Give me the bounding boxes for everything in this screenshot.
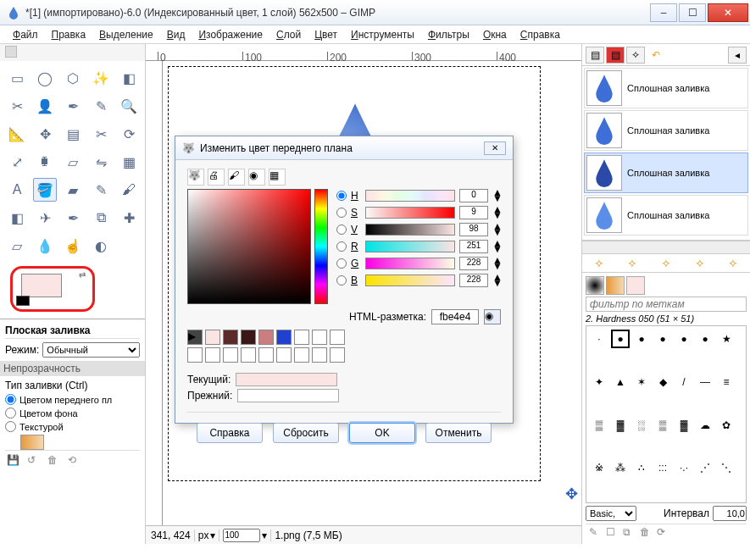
tool-crop[interactable]: ✂: [89, 122, 113, 146]
brush-filter-input[interactable]: [586, 297, 747, 312]
picker-mode-gimp-icon[interactable]: 🐺: [187, 169, 204, 186]
tool-blend[interactable]: ▰: [61, 178, 85, 202]
layer-new-icon[interactable]: ✧: [594, 257, 604, 270]
brush-cell[interactable]: ●: [696, 330, 714, 348]
brush-edit-icon[interactable]: ✎: [589, 526, 601, 538]
tool-eraser[interactable]: ◧: [5, 206, 29, 230]
brush-cell[interactable]: ●: [653, 330, 672, 348]
channel-G-slider[interactable]: [365, 258, 455, 269]
brush-cell[interactable]: ▒: [653, 416, 672, 435]
channel-V-radio[interactable]: [336, 225, 347, 235]
eyedropper-icon[interactable]: ◉: [484, 309, 501, 324]
color-history-swatch[interactable]: [223, 347, 238, 363]
brush-cell[interactable]: ⋰: [696, 458, 714, 477]
cancel-button[interactable]: Отменить: [425, 423, 492, 443]
layer-row[interactable]: Сплошная заливка: [584, 110, 748, 151]
picker-mode-water-icon[interactable]: 🖌: [228, 169, 245, 186]
color-history-swatch[interactable]: [330, 347, 345, 363]
unit-dropdown-icon[interactable]: ▾: [210, 530, 215, 541]
brush-del-icon[interactable]: 🗑: [640, 526, 652, 538]
tool-ellipse-select[interactable]: ◯: [33, 66, 57, 90]
layer-row[interactable]: Сплошная заливка: [584, 68, 748, 108]
channel-B-slider[interactable]: [365, 274, 455, 286]
channel-H-value[interactable]: 0: [459, 189, 488, 202]
dialog-close-button[interactable]: ✕: [484, 141, 506, 155]
menu-Окна[interactable]: Окна: [479, 27, 511, 42]
channel-R-spinner[interactable]: ▲▼: [492, 241, 501, 252]
brush-cell[interactable]: ●: [675, 330, 693, 348]
channel-S-spinner[interactable]: ▲▼: [492, 207, 501, 219]
tool-align[interactable]: ▤: [61, 122, 85, 146]
brush-cell[interactable]: ·: [590, 330, 608, 348]
color-history-swatch[interactable]: [276, 347, 292, 363]
brush-cell[interactable]: /: [675, 373, 693, 391]
tool-perspective[interactable]: ▱: [61, 150, 85, 174]
tool-fuzzy-select[interactable]: ✨: [89, 66, 113, 90]
fill-fg-radio[interactable]: [5, 394, 16, 405]
tool-rotate[interactable]: ⟳: [117, 122, 141, 146]
color-history-swatch[interactable]: [258, 347, 274, 363]
hue-slider[interactable]: [314, 189, 328, 304]
brushes-tab[interactable]: [586, 276, 604, 295]
channel-G-value[interactable]: 228: [459, 257, 488, 270]
color-history-swatch[interactable]: [187, 347, 203, 363]
brush-cell[interactable]: ●: [611, 330, 630, 348]
layer-del-icon[interactable]: ✧: [728, 257, 738, 270]
fill-pattern-radio[interactable]: [5, 421, 16, 432]
brush-cell[interactable]: ●: [632, 330, 651, 348]
menu-Выделение[interactable]: Выделение: [95, 27, 158, 42]
swatch-arrow-icon[interactable]: ▶: [187, 330, 203, 345]
undo-history-tab[interactable]: ↶: [647, 47, 665, 64]
brush-cell[interactable]: ⋱: [717, 458, 736, 477]
brush-new-icon[interactable]: ☐: [606, 526, 618, 538]
tool-text[interactable]: A: [5, 178, 29, 202]
brush-cell[interactable]: ✿: [717, 416, 736, 435]
menu-Фильтры[interactable]: Фильтры: [424, 27, 474, 42]
tool-fg-select[interactable]: 👤: [33, 94, 57, 118]
brush-category-select[interactable]: Basic,: [586, 506, 636, 521]
patterns-tab[interactable]: [606, 276, 625, 295]
fg-bg-color-selector[interactable]: ⇄: [10, 266, 95, 312]
picker-mode-palette-icon[interactable]: ▦: [269, 169, 286, 186]
channel-V-value[interactable]: 98: [459, 223, 488, 236]
tool-clone[interactable]: ⧉: [89, 206, 113, 230]
brush-cell[interactable]: ⁂: [611, 458, 630, 477]
channel-R-value[interactable]: 251: [459, 240, 488, 253]
mode-select[interactable]: Обычный: [42, 342, 140, 358]
channel-R-slider[interactable]: [365, 241, 455, 252]
brush-cell[interactable]: :::: [653, 458, 672, 477]
layer-dup-icon[interactable]: ✧: [695, 257, 705, 270]
brush-cell[interactable]: ∴: [632, 458, 651, 477]
picker-mode-cmyk-icon[interactable]: 🖨: [208, 169, 225, 186]
color-history-swatch[interactable]: [330, 330, 345, 345]
menu-Справка[interactable]: Справка: [516, 27, 564, 42]
color-history-swatch[interactable]: [205, 330, 220, 345]
channel-G-spinner[interactable]: ▲▼: [492, 258, 501, 269]
brush-cell[interactable]: —: [696, 373, 714, 391]
channel-B-value[interactable]: 228: [459, 274, 488, 287]
canvas-navigate-icon[interactable]: ✥: [565, 485, 578, 503]
tool-shear[interactable]: ⧯: [33, 150, 57, 174]
tool-paintbrush[interactable]: 🖌: [117, 178, 141, 202]
menu-Цвет[interactable]: Цвет: [310, 27, 342, 42]
tool-free-select[interactable]: ⬡: [61, 66, 85, 90]
channel-R-radio[interactable]: [336, 241, 347, 252]
color-gradient-area[interactable]: [187, 189, 311, 304]
channel-V-spinner[interactable]: ▲▼: [492, 224, 501, 236]
menu-Вид[interactable]: Вид: [163, 27, 190, 42]
tool-color-picker[interactable]: ✎: [89, 94, 113, 118]
channel-S-value[interactable]: 9: [459, 206, 488, 219]
tool-zoom[interactable]: 🔍: [117, 94, 141, 118]
brush-dup-icon[interactable]: ⧉: [623, 526, 635, 538]
channel-H-radio[interactable]: [336, 191, 347, 201]
brush-cell[interactable]: ☁: [696, 416, 714, 435]
zoom-dropdown-icon[interactable]: ▾: [262, 530, 267, 541]
tool-cage[interactable]: ▦: [117, 150, 141, 174]
color-history-swatch[interactable]: [258, 330, 274, 345]
tool-bucket-fill[interactable]: 🪣: [33, 178, 57, 202]
channel-S-slider[interactable]: [365, 207, 455, 219]
brush-cell[interactable]: ※: [590, 458, 608, 477]
layers-scrollbar[interactable]: [582, 241, 750, 254]
channel-S-radio[interactable]: [336, 208, 347, 218]
menu-Слой[interactable]: Слой: [272, 27, 305, 42]
